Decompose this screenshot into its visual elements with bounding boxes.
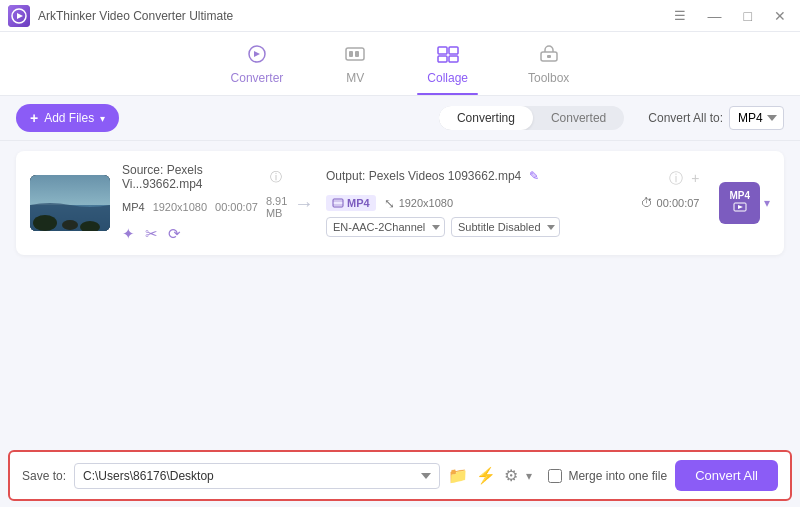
file-meta: MP4 1920x1080 00:00:07 8.91 MB [122, 195, 282, 219]
svg-rect-11 [449, 56, 458, 62]
output-info-icon[interactable]: ⓘ [669, 170, 683, 188]
menu-button[interactable]: ☰ [668, 6, 692, 26]
scissors-icon[interactable]: ✂ [145, 225, 158, 243]
svg-marker-4 [254, 51, 260, 57]
toolbox-icon [537, 44, 561, 69]
svg-rect-6 [349, 51, 353, 57]
tab-collage[interactable]: Collage [397, 40, 498, 95]
output-format-badge: MP4 [326, 195, 376, 211]
svg-rect-13 [547, 55, 551, 58]
convert-all-button[interactable]: Convert All [675, 460, 778, 491]
edit-icon[interactable]: ✎ [529, 169, 539, 183]
svg-point-18 [62, 220, 78, 230]
output-meta-row: MP4 ⤡ 1920x1080 ⏱ 00:00:07 [326, 195, 699, 211]
toolbar: + Add Files ▾ Converting Converted Conve… [0, 96, 800, 141]
output-resolution: ⤡ 1920x1080 [384, 196, 453, 211]
add-files-button[interactable]: + Add Files ▾ [16, 104, 119, 132]
file-format: MP4 [122, 201, 145, 213]
tab-mv-label: MV [346, 71, 364, 85]
save-path-wrapper: C:\Users\86176\Desktop [74, 463, 440, 489]
maximize-button[interactable]: □ [738, 6, 758, 26]
source-file-info: Source: Pexels Vi...93662.mp4 ⓘ MP4 1920… [122, 163, 282, 243]
app-icon [8, 5, 30, 27]
svg-rect-14 [30, 175, 110, 205]
format-icon-button[interactable]: MP4 [719, 182, 760, 223]
format-select[interactable]: MP4 [729, 106, 784, 130]
converting-tab-button[interactable]: Converting [439, 106, 533, 130]
options-dropdown-icon[interactable]: ▾ [526, 469, 532, 483]
view-switcher: Converting Converted [439, 106, 624, 130]
film-icon [332, 197, 344, 209]
audio-select[interactable]: EN-AAC-2Channel [326, 217, 445, 237]
settings-icon[interactable]: ⚙ [504, 466, 518, 485]
svg-rect-19 [333, 199, 343, 207]
convert-arrow: → [294, 192, 314, 215]
bottom-icons: 📁 ⚡ ⚙ ▾ [448, 466, 532, 485]
file-thumbnail [30, 175, 110, 231]
bottom-bar: Save to: C:\Users\86176\Desktop 📁 ⚡ ⚙ ▾ … [8, 450, 792, 501]
plus-icon: + [30, 110, 38, 126]
folder-icon[interactable]: 📁 [448, 466, 468, 485]
format-dropdown-arrow[interactable]: ▾ [764, 196, 770, 210]
tab-mv[interactable]: MV [313, 40, 397, 95]
subtitle-select[interactable]: Subtitle Disabled [451, 217, 560, 237]
tab-collage-label: Collage [427, 71, 468, 85]
flash-cut-icon[interactable]: ⚡ [476, 466, 496, 485]
convert-all-to-label: Convert All to: [648, 111, 723, 125]
converter-icon [245, 44, 269, 69]
mv-icon [343, 44, 367, 69]
svg-point-16 [33, 215, 57, 231]
app-logo [8, 5, 30, 27]
minimize-button[interactable]: — [702, 6, 728, 26]
window-controls[interactable]: ☰ — □ ✕ [668, 6, 792, 26]
file-resolution: 1920x1080 [153, 201, 207, 213]
source-label: Source: Pexels Vi...93662.mp4 ⓘ [122, 163, 282, 191]
tab-toolbox-label: Toolbox [528, 71, 569, 85]
info-icon[interactable]: ⓘ [270, 169, 282, 186]
close-button[interactable]: ✕ [768, 6, 792, 26]
add-files-dropdown-icon: ▾ [100, 113, 105, 124]
tab-converter[interactable]: Converter [201, 40, 314, 95]
output-label: Output: Pexels Videos 1093662.mp4 ✎ [326, 169, 539, 183]
svg-rect-8 [438, 47, 447, 54]
merge-checkbox[interactable] [548, 469, 562, 483]
save-to-label: Save to: [22, 469, 66, 483]
svg-rect-9 [449, 47, 458, 54]
output-info: Output: Pexels Videos 1093662.mp4 ✎ ⓘ + [326, 169, 699, 237]
merge-checkbox-area: Merge into one file [548, 469, 667, 483]
replay-icon[interactable]: ⟳ [168, 225, 181, 243]
output-duration: ⏱ 00:00:07 [641, 196, 700, 210]
tab-toolbox[interactable]: Toolbox [498, 40, 599, 95]
add-files-label: Add Files [44, 111, 94, 125]
svg-rect-7 [355, 51, 359, 57]
output-add-icon[interactable]: + [691, 170, 699, 188]
titlebar: ArkThinker Video Converter Ultimate ☰ — … [0, 0, 800, 32]
file-duration: 00:00:07 [215, 201, 258, 213]
save-path-select[interactable]: C:\Users\86176\Desktop [74, 463, 440, 489]
file-size: 8.91 MB [266, 195, 287, 219]
file-item: Source: Pexels Vi...93662.mp4 ⓘ MP4 1920… [16, 151, 784, 255]
svg-marker-23 [738, 205, 743, 209]
convert-all-to-area: Convert All to: MP4 [648, 106, 784, 130]
tab-converter-label: Converter [231, 71, 284, 85]
merge-label: Merge into one file [568, 469, 667, 483]
thumb-svg [30, 175, 110, 231]
nav-tabs: Converter MV Collage [0, 32, 800, 96]
collage-icon [436, 44, 460, 69]
file-actions: ✦ ✂ ⟳ [122, 225, 282, 243]
format-btn-icon [733, 202, 747, 215]
converted-tab-button[interactable]: Converted [533, 106, 624, 130]
app-title: ArkThinker Video Converter Ultimate [38, 9, 668, 23]
sparkle-icon[interactable]: ✦ [122, 225, 135, 243]
output-selects: EN-AAC-2Channel Subtitle Disabled [326, 217, 699, 237]
svg-rect-10 [438, 56, 447, 62]
